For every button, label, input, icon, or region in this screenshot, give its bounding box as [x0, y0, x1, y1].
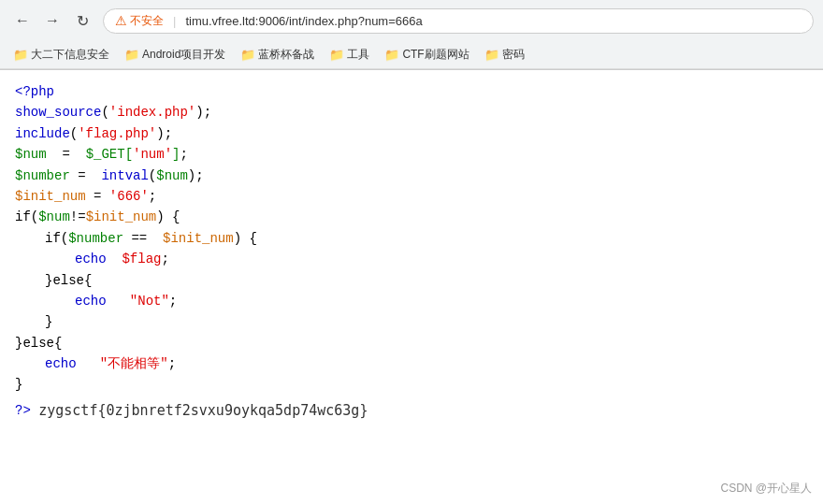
code-line-1: show_source('index.php');	[15, 102, 808, 122]
content-area: <?php show_source('index.php'); include(…	[0, 70, 823, 433]
bookmark-label-3: 工具	[347, 47, 369, 63]
bookmark-label-2: 蓝桥杯备战	[258, 47, 314, 63]
bookmark-item-4[interactable]: 📁 CTF刷题网站	[379, 45, 474, 65]
separator: |	[173, 14, 176, 28]
bookmark-label-5: 密码	[502, 47, 525, 63]
bookmarks-bar: 📁 大二下信息安全 📁 Android项目开发 📁 蓝桥杯备战 📁 工具 📁 C…	[0, 41, 823, 69]
code-line-10: echo "Not";	[15, 291, 808, 311]
folder-icon: 📁	[484, 48, 499, 62]
code-line-6: if($num!=$init_num) {	[15, 207, 808, 227]
warning-icon: ⚠	[115, 13, 127, 28]
folder-icon: 📁	[240, 48, 255, 62]
flag-value: zygsctf{0zjbnretf2svxu9oykqa5dp74wc63g}	[38, 399, 368, 422]
watermark-text: CSDN @开心星人	[720, 482, 812, 495]
code-line-7: if($number == $init_num) {	[15, 228, 808, 249]
folder-icon: 📁	[124, 48, 139, 62]
footer-watermark: CSDN @开心星人	[720, 481, 812, 497]
php-close-tag: ?>	[15, 400, 38, 421]
bookmark-item-2[interactable]: 📁 蓝桥杯备战	[235, 45, 320, 65]
include-keyword: include	[15, 123, 70, 144]
code-line-2: include('flag.php');	[15, 123, 808, 144]
nav-buttons: ← → ↻	[9, 7, 95, 34]
address-text: timu.vfree.ltd:9006/int/index.php?num=66…	[185, 14, 422, 28]
bookmark-item-1[interactable]: 📁 Android项目开发	[119, 45, 231, 65]
security-warning: ⚠ 不安全	[115, 13, 164, 29]
code-line-9: }else{	[15, 270, 808, 291]
forward-button[interactable]: →	[39, 7, 65, 34]
show-source-fn: show_source	[15, 102, 101, 122]
address-bar[interactable]: ⚠ 不安全 | timu.vfree.ltd:9006/int/index.ph…	[103, 8, 814, 34]
security-label: 不安全	[130, 13, 164, 29]
code-line-13: echo "不能相等";	[15, 353, 808, 374]
code-line-open: <?php	[15, 81, 808, 102]
browser-toolbar: ← → ↻ ⚠ 不安全 | timu.vfree.ltd:9006/int/in…	[0, 0, 823, 41]
code-line-12: }else{	[15, 333, 808, 353]
code-line-5: $init_num = '666';	[15, 186, 808, 207]
refresh-button[interactable]: ↻	[69, 7, 95, 34]
folder-icon: 📁	[384, 48, 399, 62]
code-line-8: echo $flag;	[15, 249, 808, 269]
php-open-tag: <?php	[15, 81, 54, 102]
browser-chrome: ← → ↻ ⚠ 不安全 | timu.vfree.ltd:9006/int/in…	[0, 0, 823, 70]
bookmark-item-5[interactable]: 📁 密码	[479, 45, 530, 65]
bookmark-label-0: 大二下信息安全	[31, 47, 109, 63]
code-line-14: }	[15, 374, 808, 395]
folder-icon: 📁	[13, 48, 28, 62]
back-button[interactable]: ←	[9, 7, 36, 34]
bookmark-item-0[interactable]: 📁 大二下信息安全	[7, 45, 115, 65]
bookmark-item-3[interactable]: 📁 工具	[324, 45, 375, 65]
folder-icon: 📁	[329, 48, 344, 62]
output-line: ?> zygsctf{0zjbnretf2svxu9oykqa5dp74wc63…	[15, 399, 808, 422]
code-line-11: }	[15, 311, 808, 332]
code-line-3: $num = $_GET['num'];	[15, 144, 808, 165]
bookmark-label-4: CTF刷题网站	[402, 47, 469, 63]
bookmark-label-1: Android项目开发	[142, 47, 225, 63]
code-line-4: $number = intval($num);	[15, 166, 808, 186]
